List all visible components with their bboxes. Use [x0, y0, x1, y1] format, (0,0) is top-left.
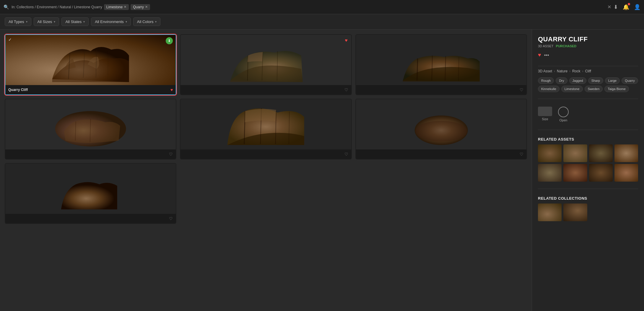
card-title: Quarry Cliff — [8, 88, 28, 92]
like-button-icon-7[interactable]: ♡ — [169, 216, 173, 221]
search-close-button[interactable]: ✕ — [607, 4, 611, 10]
asset-card-5[interactable]: ♡ — [180, 99, 352, 159]
filter-all-types[interactable]: All Types ▾ — [5, 17, 31, 26]
filter-all-environments[interactable]: All Environments ▾ — [91, 17, 131, 26]
asset-type-label: 3D ASSET — [538, 44, 554, 48]
related-thumb-7[interactable] — [589, 164, 613, 182]
search-area: In: Collections / Environment / Natural … — [12, 4, 605, 10]
asset-card-2[interactable]: ♥ ♡ — [180, 34, 352, 95]
tag-quarry[interactable]: Quarry — [622, 77, 638, 84]
tag-taiga-biome[interactable]: Taiga Biome — [604, 86, 629, 92]
open-icon — [558, 107, 569, 117]
filter-all-types-label: All Types — [9, 19, 24, 24]
card-footer-7: ♡ — [5, 214, 176, 223]
related-collections-title: RELATED COLLECTIONS — [538, 196, 638, 201]
asset-thumbnail-2 — [180, 35, 351, 85]
like-button-icon-6[interactable]: ♡ — [520, 152, 523, 157]
card-footer: Quarry Cliff ♥ — [5, 85, 176, 95]
tag-large[interactable]: Large — [605, 77, 620, 84]
related-thumb-5[interactable] — [538, 164, 562, 182]
related-thumb-8[interactable] — [614, 164, 638, 182]
sidebar-actions: ♥ ••• — [538, 52, 638, 58]
download-icon[interactable]: ⬇ — [614, 4, 618, 10]
rock-svg-4 — [5, 99, 176, 149]
asset-thumbnail-5 — [180, 99, 351, 149]
like-button[interactable]: ♥ — [170, 87, 173, 92]
chevron-down-icon: ▾ — [155, 20, 157, 23]
related-thumb-6[interactable] — [563, 164, 587, 182]
tool-open[interactable]: Open — [558, 107, 569, 122]
sidebar-like-button[interactable]: ♥ — [538, 52, 541, 58]
filter-all-states-label: All States — [65, 19, 82, 24]
like-button-2[interactable]: ♥ — [345, 38, 348, 43]
tag-limestone-close[interactable]: ✕ — [124, 5, 126, 9]
breadcrumb-item-0[interactable]: 3D Asset — [538, 69, 552, 73]
asset-thumbnail — [5, 35, 176, 85]
asset-card-4[interactable]: ♡ — [5, 99, 176, 159]
sidebar-more-button[interactable]: ••• — [544, 53, 549, 58]
divider-4 — [538, 189, 638, 189]
tag-limestone[interactable]: Limestone ✕ — [104, 4, 129, 10]
like-button-icon-5[interactable]: ♡ — [344, 152, 348, 157]
search-path: In: Collections / Environment / Natural … — [12, 5, 102, 9]
filter-all-states[interactable]: All States ▾ — [61, 17, 89, 26]
card-footer-2: ♡ — [180, 85, 351, 95]
asset-card-quarry-cliff[interactable]: ✓ ⬇ Quarry Cliff ♥ — [5, 34, 176, 95]
tag-kinnekulle[interactable]: Kinnekulle — [538, 86, 560, 92]
purchased-badge: PURCHASED — [556, 44, 577, 48]
related-thumb-2[interactable] — [563, 144, 587, 162]
related-thumb-1[interactable] — [538, 144, 562, 162]
tag-quarry[interactable]: Quarry ✕ — [131, 4, 150, 10]
filter-all-colors-label: All Colors — [137, 19, 154, 24]
card-footer-5: ♡ — [180, 149, 351, 159]
divider-2 — [538, 99, 638, 99]
filter-all-sizes-label: All Sizes — [38, 19, 52, 24]
breadcrumb-item-1[interactable]: Nature — [557, 69, 567, 73]
sidebar-tools: Size Open — [538, 107, 638, 122]
chevron-down-icon: ▾ — [54, 20, 55, 23]
asset-card-3[interactable]: ♡ — [355, 34, 527, 95]
asset-thumbnail-4 — [5, 99, 176, 149]
tag-sharp[interactable]: Sharp — [588, 77, 603, 84]
divider-3 — [538, 130, 638, 130]
related-collection-1[interactable] — [538, 203, 562, 221]
breadcrumb-item-2[interactable]: Rock — [572, 69, 580, 73]
tag-quarry-label: Quarry — [133, 5, 144, 9]
tag-dry[interactable]: Dry — [556, 77, 567, 84]
like-button-icon-3[interactable]: ♡ — [520, 87, 523, 92]
like-button-icon-2[interactable]: ♡ — [344, 87, 348, 92]
related-thumb-4[interactable] — [614, 144, 638, 162]
breadcrumb-item-3[interactable]: Cliff — [585, 69, 591, 73]
asset-card-7[interactable]: ♡ — [5, 163, 176, 224]
breadcrumb-sep-0: › — [554, 69, 555, 73]
tag-quarry-close[interactable]: ✕ — [145, 5, 148, 9]
selected-checkmark: ✓ — [8, 37, 12, 42]
rock-svg-1 — [5, 35, 176, 85]
chevron-down-icon: ▾ — [126, 20, 127, 23]
rock-svg-2 — [180, 35, 351, 85]
tool-open-label: Open — [560, 118, 567, 122]
notification-icon[interactable]: 🔔 — [623, 4, 629, 10]
filter-all-sizes[interactable]: All Sizes ▾ — [34, 17, 59, 26]
main-layout: ✓ ⬇ Quarry Cliff ♥ — [0, 30, 644, 311]
tag-limestone[interactable]: Limestone — [561, 86, 583, 92]
related-collection-2[interactable] — [563, 203, 587, 221]
tag-jagged[interactable]: Jagged — [569, 77, 586, 84]
asset-thumbnail-6 — [356, 99, 526, 149]
sidebar: QUARRY CLIFF 3D ASSET PURCHASED ♥ ••• 3D… — [532, 30, 644, 311]
related-assets-title: RELATED ASSETS — [538, 137, 638, 141]
rock-svg-7 — [5, 164, 176, 214]
asset-grid-area: ✓ ⬇ Quarry Cliff ♥ — [0, 30, 532, 311]
filter-all-colors[interactable]: All Colors ▾ — [133, 17, 161, 26]
chevron-down-icon: ▾ — [26, 20, 27, 23]
tag-sweden[interactable]: Sweden — [585, 86, 603, 92]
tool-size[interactable]: Size — [538, 107, 552, 122]
tag-rough[interactable]: Rough — [538, 77, 554, 84]
user-icon[interactable]: 👤 — [634, 4, 640, 10]
related-thumb-3[interactable] — [589, 144, 613, 162]
like-button-icon-4[interactable]: ♡ — [169, 152, 173, 157]
divider-1 — [538, 66, 638, 66]
asset-card-6[interactable]: ♡ — [355, 99, 527, 159]
related-assets-grid — [538, 144, 638, 182]
tool-size-label: Size — [542, 117, 548, 121]
